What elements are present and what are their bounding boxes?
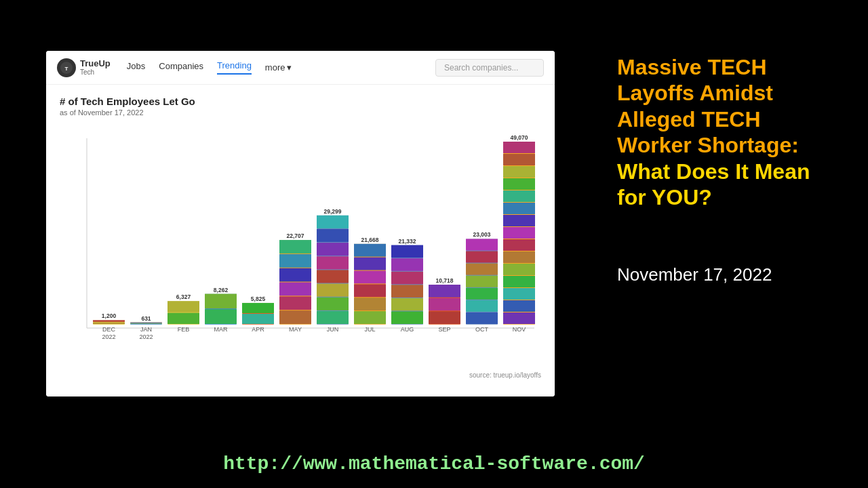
svg-text:APR: APR bbox=[252, 326, 264, 333]
svg-rect-63 bbox=[391, 272, 423, 285]
svg-rect-77 bbox=[466, 251, 498, 263]
svg-rect-100 bbox=[503, 312, 535, 324]
svg-rect-87 bbox=[503, 154, 535, 165]
svg-text:21,668: 21,668 bbox=[361, 237, 379, 243]
svg-rect-78 bbox=[466, 264, 498, 275]
svg-rect-56 bbox=[354, 298, 386, 310]
logo-area: T TrueUp Tech bbox=[57, 58, 111, 77]
nav-bar: T TrueUp Tech Jobs Companies Trending mo… bbox=[46, 51, 555, 85]
headline-line5: What Does It Mean bbox=[617, 159, 810, 184]
svg-rect-98 bbox=[503, 288, 535, 300]
headline-line1: Massive TECH bbox=[617, 55, 767, 79]
svg-rect-53 bbox=[354, 258, 386, 270]
svg-rect-96 bbox=[503, 264, 535, 275]
nav-trending[interactable]: Trending bbox=[217, 60, 252, 75]
svg-rect-57 bbox=[354, 311, 386, 324]
chevron-down-icon: ▾ bbox=[287, 62, 292, 73]
chart-area: # of Tech Employees Let Go as of Novembe… bbox=[46, 85, 555, 396]
svg-rect-18 bbox=[167, 313, 199, 324]
svg-text:SEP: SEP bbox=[438, 326, 450, 333]
svg-rect-86 bbox=[503, 142, 535, 153]
chart-wrapper: 1,200DEC2022631JAN20226,327FEB8,262MAR5,… bbox=[60, 125, 541, 369]
logo-text: TrueUp Tech bbox=[80, 59, 111, 76]
svg-text:MAR: MAR bbox=[214, 326, 229, 333]
svg-rect-35 bbox=[279, 283, 311, 296]
svg-rect-66 bbox=[391, 311, 423, 324]
svg-rect-65 bbox=[391, 298, 423, 311]
svg-rect-41 bbox=[317, 216, 349, 228]
svg-rect-11 bbox=[130, 323, 162, 323]
svg-rect-89 bbox=[503, 178, 535, 190]
svg-text:29,299: 29,299 bbox=[324, 208, 342, 215]
svg-rect-90 bbox=[503, 190, 535, 202]
svg-text:1,200: 1,200 bbox=[102, 312, 117, 319]
svg-rect-27 bbox=[242, 303, 274, 313]
nav-links: Jobs Companies Trending more ▾ bbox=[127, 60, 435, 75]
svg-rect-34 bbox=[279, 268, 311, 282]
svg-text:T: T bbox=[65, 66, 68, 72]
chart-subtitle: as of November 17, 2022 bbox=[60, 108, 541, 117]
svg-rect-81 bbox=[466, 300, 498, 312]
svg-text:2022: 2022 bbox=[102, 333, 115, 340]
search-input[interactable]: Search companies... bbox=[435, 59, 544, 77]
nav-more[interactable]: more ▾ bbox=[265, 62, 292, 73]
svg-rect-76 bbox=[466, 239, 498, 250]
svg-text:21,332: 21,332 bbox=[399, 238, 416, 245]
svg-text:JUN: JUN bbox=[327, 326, 339, 333]
svg-rect-47 bbox=[317, 298, 349, 310]
svg-rect-45 bbox=[317, 270, 349, 283]
svg-rect-72 bbox=[429, 311, 460, 324]
date-text: November 17, 2022 bbox=[617, 264, 848, 285]
svg-text:8,262: 8,262 bbox=[214, 287, 229, 293]
headline: Massive TECH Layoffs Amidst Alleged TECH… bbox=[617, 54, 848, 210]
svg-rect-6 bbox=[93, 323, 125, 324]
trueup-logo-icon: T bbox=[57, 58, 76, 77]
svg-rect-62 bbox=[391, 258, 423, 271]
svg-rect-44 bbox=[317, 256, 349, 269]
svg-rect-61 bbox=[391, 245, 423, 258]
svg-rect-54 bbox=[354, 271, 386, 284]
svg-rect-71 bbox=[429, 298, 460, 311]
svg-rect-28 bbox=[242, 314, 274, 324]
svg-text:OCT: OCT bbox=[475, 326, 489, 333]
svg-text:DEC: DEC bbox=[102, 326, 116, 333]
svg-rect-95 bbox=[503, 251, 535, 263]
svg-rect-37 bbox=[279, 310, 311, 324]
svg-rect-88 bbox=[503, 166, 535, 178]
svg-text:631: 631 bbox=[141, 315, 151, 322]
svg-rect-5 bbox=[93, 320, 125, 321]
svg-rect-52 bbox=[354, 244, 386, 257]
nav-companies[interactable]: Companies bbox=[159, 61, 203, 74]
svg-text:6,327: 6,327 bbox=[176, 293, 191, 300]
headline-line2: Layoffs Amidst bbox=[617, 81, 773, 105]
svg-rect-82 bbox=[466, 312, 498, 324]
screenshot-panel: T TrueUp Tech Jobs Companies Trending mo… bbox=[46, 51, 555, 396]
svg-text:JAN: JAN bbox=[140, 326, 152, 333]
svg-rect-42 bbox=[317, 229, 349, 242]
svg-rect-94 bbox=[503, 239, 535, 251]
svg-rect-93 bbox=[503, 227, 535, 239]
svg-rect-46 bbox=[317, 284, 349, 297]
chart-title: # of Tech Employees Let Go bbox=[60, 96, 541, 107]
svg-rect-55 bbox=[354, 284, 386, 297]
chart-source: source: trueup.io/layoffs bbox=[60, 371, 541, 379]
svg-text:NOV: NOV bbox=[513, 326, 526, 333]
svg-text:2022: 2022 bbox=[139, 333, 153, 340]
svg-rect-17 bbox=[167, 301, 199, 312]
nav-jobs[interactable]: Jobs bbox=[127, 61, 145, 74]
svg-text:10,718: 10,718 bbox=[436, 277, 454, 284]
svg-text:JUL: JUL bbox=[364, 326, 375, 333]
svg-text:23,003: 23,003 bbox=[473, 231, 491, 238]
headline-line3: Alleged TECH bbox=[617, 107, 761, 131]
svg-text:FEB: FEB bbox=[178, 326, 190, 333]
svg-rect-48 bbox=[317, 311, 349, 324]
svg-rect-70 bbox=[429, 285, 460, 298]
svg-rect-32 bbox=[279, 240, 311, 253]
svg-rect-91 bbox=[503, 203, 535, 214]
bottom-url: http://www.mathematical-software.com/ bbox=[0, 453, 868, 474]
svg-text:49,070: 49,070 bbox=[511, 134, 528, 141]
headline-line6: for YOU? bbox=[617, 185, 712, 209]
svg-rect-23 bbox=[205, 309, 237, 324]
svg-text:MAY: MAY bbox=[289, 326, 302, 333]
svg-rect-64 bbox=[391, 285, 423, 298]
